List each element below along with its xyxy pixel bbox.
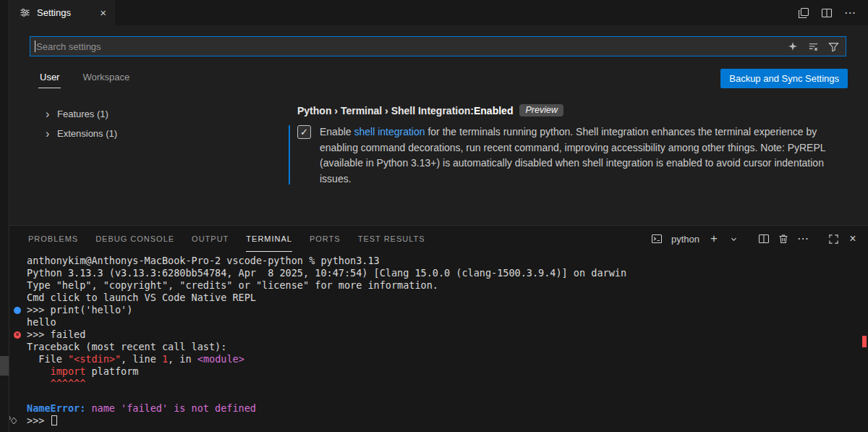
setting-detail: Python › Terminal › Shell Integration: E… <box>264 104 868 187</box>
activity-strip-indicator <box>0 356 9 376</box>
chevron-right-icon: › <box>46 129 57 139</box>
chevron-right-icon: › <box>46 109 57 119</box>
settings-scope-row: User Workspace Backup and Sync Settings <box>38 67 848 90</box>
tab-problems[interactable]: PROBLEMS <box>28 226 78 252</box>
settings-body: › Features (1) › Extensions (1) Python ›… <box>9 104 868 187</box>
shell-integration-link[interactable]: shell integration <box>354 126 425 137</box>
settings-editor: User Workspace Backup and Sync Settings … <box>9 25 868 225</box>
new-terminal-button[interactable]: + <box>707 232 720 245</box>
activity-strip <box>0 0 9 432</box>
terminal-line: >>> <box>9 415 868 427</box>
tab-terminal[interactable]: TERMINAL <box>246 226 292 252</box>
terminal-line: import platform <box>9 365 868 378</box>
search-box-icons <box>786 40 846 53</box>
bottom-panel: PROBLEMS DEBUG CONSOLE OUTPUT TERMINAL P… <box>9 225 868 432</box>
tab-title: Settings <box>37 7 71 18</box>
settings-search-box <box>30 36 846 56</box>
tab-ports[interactable]: PORTS <box>310 226 341 252</box>
terminal-icon <box>650 232 663 245</box>
tab-close-icon[interactable]: × <box>100 7 106 18</box>
tab-output[interactable]: OUTPUT <box>192 226 229 252</box>
terminal-line: ​ <box>9 390 868 402</box>
tab-settings[interactable]: Settings × <box>9 0 115 25</box>
clear-search-filters-icon[interactable] <box>807 40 820 53</box>
main-column: Settings × ⋯ <box>9 0 868 432</box>
split-terminal-icon[interactable] <box>757 232 770 245</box>
panel-actions: python + <box>650 232 859 245</box>
terminal-line: ×>>> failed <box>9 329 868 341</box>
split-editor-icon[interactable] <box>820 7 833 20</box>
terminal-line: anthonykim@Anthonys-MacBook-Pro-2 vscode… <box>9 255 868 267</box>
terminal-line: Type "help", "copyright", "credits" or "… <box>9 279 868 292</box>
setting-title-prefix: Python › Terminal › Shell Integration: <box>297 105 474 117</box>
desc-text: Enable <box>320 126 354 137</box>
text-caret <box>35 41 35 52</box>
terminal-line: ^^^^^^ <box>9 378 868 390</box>
toc-item-features[interactable]: › Features (1) <box>46 104 264 124</box>
terminal-line: Python 3.13.3 (v3.13.3:6280bb54784, Apr … <box>9 267 868 279</box>
terminal-line: Traceback (most recent call last): <box>9 341 868 353</box>
setting-title-name: Enabled <box>474 105 513 117</box>
checkmark-icon: ✓ <box>300 127 308 137</box>
vscode-window: Settings × ⋯ <box>0 0 868 432</box>
terminal-line: NameError: name 'failed' is not defined <box>9 402 868 415</box>
panel-tabs: PROBLEMS DEBUG CONSOLE OUTPUT TERMINAL P… <box>28 226 425 252</box>
settings-search-row <box>30 36 846 56</box>
command-success-decoration-icon[interactable] <box>14 307 21 314</box>
editor-tab-bar: Settings × ⋯ <box>9 0 868 25</box>
shell-integration-prompt-icon <box>9 415 18 426</box>
toc-item-label: Features (1) <box>57 109 109 119</box>
terminal-line: File "<stdin>", line 1, in <module> <box>9 353 868 365</box>
setting-title: Python › Terminal › Shell Integration: E… <box>297 104 846 117</box>
terminal-cursor <box>51 415 57 425</box>
settings-sliders-icon <box>18 7 31 20</box>
scope-tab-user[interactable]: User <box>38 69 61 88</box>
filter-funnel-icon[interactable] <box>827 40 840 53</box>
settings-toc: › Features (1) › Extensions (1) <box>9 104 264 187</box>
panel-more-actions-icon[interactable]: ⋯ <box>796 232 809 245</box>
backup-sync-settings-button[interactable]: Backup and Sync Settings <box>720 69 848 88</box>
setting-modified-indicator <box>289 125 290 185</box>
command-error-decoration-icon[interactable]: × <box>14 331 21 339</box>
setting-body-row: ✓ Enable shell integration for the termi… <box>297 124 846 187</box>
terminal-dropdown-chevron-icon[interactable] <box>727 232 740 245</box>
ai-search-sparkle-icon[interactable] <box>786 40 799 53</box>
tab-debug-console[interactable]: DEBUG CONSOLE <box>95 226 174 252</box>
open-settings-json-icon[interactable] <box>797 7 810 20</box>
toc-item-extensions[interactable]: › Extensions (1) <box>46 124 264 143</box>
search-input[interactable] <box>30 41 786 52</box>
setting-item-shell-integration: Python › Terminal › Shell Integration: E… <box>289 104 846 187</box>
panel-header: PROBLEMS DEBUG CONSOLE OUTPUT TERMINAL P… <box>9 226 868 252</box>
terminal-content[interactable]: anthonykim@Anthonys-MacBook-Pro-2 vscode… <box>9 252 868 432</box>
maximize-panel-icon[interactable] <box>827 232 840 245</box>
setting-description: Enable shell integration for the termina… <box>320 124 833 187</box>
editor-actions: ⋯ <box>797 0 868 25</box>
preview-badge: Preview <box>519 104 563 117</box>
kill-terminal-trash-icon[interactable] <box>777 232 790 245</box>
more-actions-icon[interactable]: ⋯ <box>843 7 856 20</box>
toc-item-label: Extensions (1) <box>57 128 117 139</box>
tab-test-results[interactable]: TEST RESULTS <box>358 226 425 252</box>
active-terminal-label[interactable]: python <box>671 234 699 245</box>
scope-tab-workspace[interactable]: Workspace <box>81 69 131 88</box>
terminal-line: >>> print('hello') <box>9 304 868 316</box>
shell-integration-checkbox[interactable]: ✓ <box>297 125 311 139</box>
close-panel-icon[interactable]: × <box>846 232 859 245</box>
terminal-line: hello <box>9 316 868 329</box>
terminal-line: Cmd click to launch VS Code Native REPL <box>9 292 868 304</box>
